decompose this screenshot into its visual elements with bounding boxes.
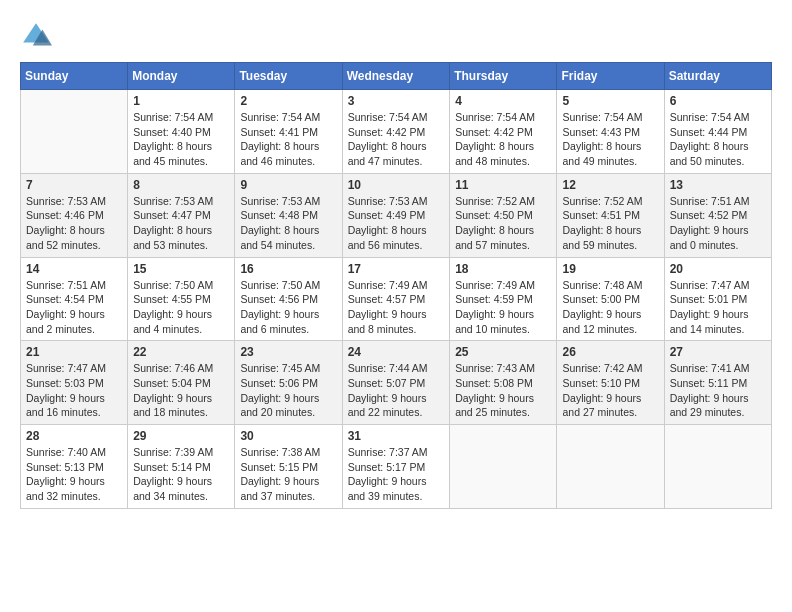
- calendar-cell: [557, 425, 664, 509]
- day-number: 26: [562, 345, 658, 359]
- calendar-day-header: Sunday: [21, 63, 128, 90]
- day-info: Sunrise: 7:50 AMSunset: 4:55 PMDaylight:…: [133, 278, 229, 337]
- calendar-week-row: 1Sunrise: 7:54 AMSunset: 4:40 PMDaylight…: [21, 90, 772, 174]
- calendar-cell: 25Sunrise: 7:43 AMSunset: 5:08 PMDayligh…: [450, 341, 557, 425]
- day-number: 1: [133, 94, 229, 108]
- day-info: Sunrise: 7:43 AMSunset: 5:08 PMDaylight:…: [455, 361, 551, 420]
- day-number: 3: [348, 94, 445, 108]
- day-number: 6: [670, 94, 766, 108]
- day-info: Sunrise: 7:38 AMSunset: 5:15 PMDaylight:…: [240, 445, 336, 504]
- day-info: Sunrise: 7:54 AMSunset: 4:43 PMDaylight:…: [562, 110, 658, 169]
- day-number: 28: [26, 429, 122, 443]
- day-info: Sunrise: 7:52 AMSunset: 4:51 PMDaylight:…: [562, 194, 658, 253]
- day-number: 19: [562, 262, 658, 276]
- day-info: Sunrise: 7:50 AMSunset: 4:56 PMDaylight:…: [240, 278, 336, 337]
- calendar-cell: 2Sunrise: 7:54 AMSunset: 4:41 PMDaylight…: [235, 90, 342, 174]
- calendar-cell: 18Sunrise: 7:49 AMSunset: 4:59 PMDayligh…: [450, 257, 557, 341]
- calendar-cell: 6Sunrise: 7:54 AMSunset: 4:44 PMDaylight…: [664, 90, 771, 174]
- calendar-cell: 28Sunrise: 7:40 AMSunset: 5:13 PMDayligh…: [21, 425, 128, 509]
- day-info: Sunrise: 7:44 AMSunset: 5:07 PMDaylight:…: [348, 361, 445, 420]
- day-info: Sunrise: 7:54 AMSunset: 4:42 PMDaylight:…: [455, 110, 551, 169]
- day-number: 29: [133, 429, 229, 443]
- calendar-cell: 24Sunrise: 7:44 AMSunset: 5:07 PMDayligh…: [342, 341, 450, 425]
- calendar-week-row: 14Sunrise: 7:51 AMSunset: 4:54 PMDayligh…: [21, 257, 772, 341]
- day-number: 20: [670, 262, 766, 276]
- calendar-week-row: 21Sunrise: 7:47 AMSunset: 5:03 PMDayligh…: [21, 341, 772, 425]
- calendar-cell: 15Sunrise: 7:50 AMSunset: 4:55 PMDayligh…: [128, 257, 235, 341]
- calendar-cell: 7Sunrise: 7:53 AMSunset: 4:46 PMDaylight…: [21, 173, 128, 257]
- calendar-day-header: Monday: [128, 63, 235, 90]
- calendar-cell: 9Sunrise: 7:53 AMSunset: 4:48 PMDaylight…: [235, 173, 342, 257]
- day-number: 25: [455, 345, 551, 359]
- calendar-day-header: Wednesday: [342, 63, 450, 90]
- day-number: 21: [26, 345, 122, 359]
- day-info: Sunrise: 7:51 AMSunset: 4:54 PMDaylight:…: [26, 278, 122, 337]
- day-number: 15: [133, 262, 229, 276]
- calendar-cell: 8Sunrise: 7:53 AMSunset: 4:47 PMDaylight…: [128, 173, 235, 257]
- day-number: 23: [240, 345, 336, 359]
- calendar-cell: [450, 425, 557, 509]
- day-number: 18: [455, 262, 551, 276]
- day-info: Sunrise: 7:54 AMSunset: 4:40 PMDaylight:…: [133, 110, 229, 169]
- calendar-cell: 17Sunrise: 7:49 AMSunset: 4:57 PMDayligh…: [342, 257, 450, 341]
- page-header: [20, 20, 772, 52]
- day-info: Sunrise: 7:45 AMSunset: 5:06 PMDaylight:…: [240, 361, 336, 420]
- calendar-week-row: 28Sunrise: 7:40 AMSunset: 5:13 PMDayligh…: [21, 425, 772, 509]
- day-number: 5: [562, 94, 658, 108]
- day-info: Sunrise: 7:46 AMSunset: 5:04 PMDaylight:…: [133, 361, 229, 420]
- calendar-cell: 31Sunrise: 7:37 AMSunset: 5:17 PMDayligh…: [342, 425, 450, 509]
- day-info: Sunrise: 7:47 AMSunset: 5:01 PMDaylight:…: [670, 278, 766, 337]
- day-number: 27: [670, 345, 766, 359]
- day-number: 12: [562, 178, 658, 192]
- day-info: Sunrise: 7:47 AMSunset: 5:03 PMDaylight:…: [26, 361, 122, 420]
- calendar-cell: 14Sunrise: 7:51 AMSunset: 4:54 PMDayligh…: [21, 257, 128, 341]
- calendar-day-header: Tuesday: [235, 63, 342, 90]
- day-info: Sunrise: 7:53 AMSunset: 4:47 PMDaylight:…: [133, 194, 229, 253]
- day-info: Sunrise: 7:41 AMSunset: 5:11 PMDaylight:…: [670, 361, 766, 420]
- calendar-cell: 13Sunrise: 7:51 AMSunset: 4:52 PMDayligh…: [664, 173, 771, 257]
- calendar-day-header: Friday: [557, 63, 664, 90]
- day-number: 24: [348, 345, 445, 359]
- day-number: 11: [455, 178, 551, 192]
- day-info: Sunrise: 7:49 AMSunset: 4:59 PMDaylight:…: [455, 278, 551, 337]
- day-number: 16: [240, 262, 336, 276]
- calendar-cell: 11Sunrise: 7:52 AMSunset: 4:50 PMDayligh…: [450, 173, 557, 257]
- day-number: 31: [348, 429, 445, 443]
- calendar-cell: 10Sunrise: 7:53 AMSunset: 4:49 PMDayligh…: [342, 173, 450, 257]
- day-info: Sunrise: 7:52 AMSunset: 4:50 PMDaylight:…: [455, 194, 551, 253]
- calendar-cell: 1Sunrise: 7:54 AMSunset: 4:40 PMDaylight…: [128, 90, 235, 174]
- calendar-cell: 3Sunrise: 7:54 AMSunset: 4:42 PMDaylight…: [342, 90, 450, 174]
- calendar-cell: 16Sunrise: 7:50 AMSunset: 4:56 PMDayligh…: [235, 257, 342, 341]
- day-info: Sunrise: 7:40 AMSunset: 5:13 PMDaylight:…: [26, 445, 122, 504]
- day-number: 22: [133, 345, 229, 359]
- calendar-cell: 27Sunrise: 7:41 AMSunset: 5:11 PMDayligh…: [664, 341, 771, 425]
- calendar-cell: 26Sunrise: 7:42 AMSunset: 5:10 PMDayligh…: [557, 341, 664, 425]
- day-info: Sunrise: 7:54 AMSunset: 4:41 PMDaylight:…: [240, 110, 336, 169]
- day-number: 10: [348, 178, 445, 192]
- day-number: 2: [240, 94, 336, 108]
- day-number: 30: [240, 429, 336, 443]
- day-number: 13: [670, 178, 766, 192]
- calendar-cell: 23Sunrise: 7:45 AMSunset: 5:06 PMDayligh…: [235, 341, 342, 425]
- calendar-cell: 20Sunrise: 7:47 AMSunset: 5:01 PMDayligh…: [664, 257, 771, 341]
- calendar-cell: 19Sunrise: 7:48 AMSunset: 5:00 PMDayligh…: [557, 257, 664, 341]
- day-info: Sunrise: 7:49 AMSunset: 4:57 PMDaylight:…: [348, 278, 445, 337]
- day-number: 17: [348, 262, 445, 276]
- day-number: 7: [26, 178, 122, 192]
- calendar-header-row: SundayMondayTuesdayWednesdayThursdayFrid…: [21, 63, 772, 90]
- calendar-cell: 5Sunrise: 7:54 AMSunset: 4:43 PMDaylight…: [557, 90, 664, 174]
- calendar-cell: [21, 90, 128, 174]
- calendar-day-header: Saturday: [664, 63, 771, 90]
- calendar-cell: [664, 425, 771, 509]
- day-number: 9: [240, 178, 336, 192]
- calendar-cell: 22Sunrise: 7:46 AMSunset: 5:04 PMDayligh…: [128, 341, 235, 425]
- day-info: Sunrise: 7:54 AMSunset: 4:42 PMDaylight:…: [348, 110, 445, 169]
- day-info: Sunrise: 7:54 AMSunset: 4:44 PMDaylight:…: [670, 110, 766, 169]
- day-info: Sunrise: 7:51 AMSunset: 4:52 PMDaylight:…: [670, 194, 766, 253]
- day-info: Sunrise: 7:53 AMSunset: 4:48 PMDaylight:…: [240, 194, 336, 253]
- day-info: Sunrise: 7:37 AMSunset: 5:17 PMDaylight:…: [348, 445, 445, 504]
- calendar-cell: 30Sunrise: 7:38 AMSunset: 5:15 PMDayligh…: [235, 425, 342, 509]
- calendar-cell: 4Sunrise: 7:54 AMSunset: 4:42 PMDaylight…: [450, 90, 557, 174]
- calendar-cell: 29Sunrise: 7:39 AMSunset: 5:14 PMDayligh…: [128, 425, 235, 509]
- day-info: Sunrise: 7:42 AMSunset: 5:10 PMDaylight:…: [562, 361, 658, 420]
